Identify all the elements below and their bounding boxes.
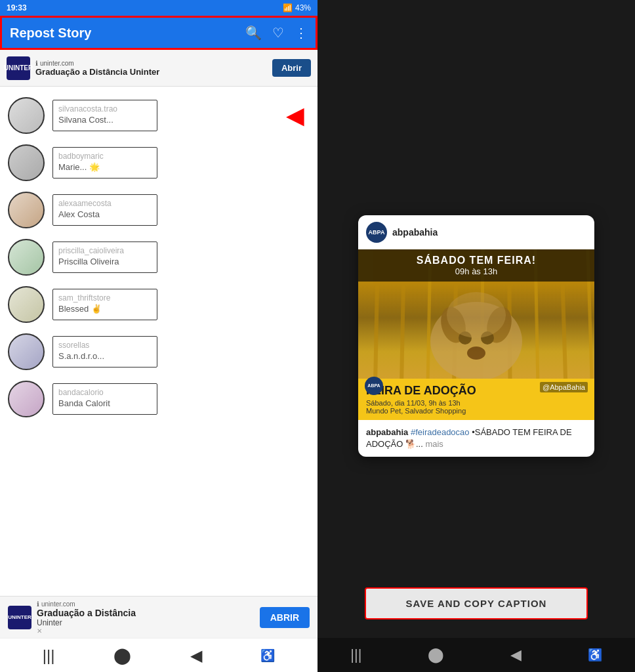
story-username: ssorellas (58, 341, 152, 350)
avatar (8, 239, 45, 276)
story-item[interactable]: alexaamecosta Alex Costa (0, 186, 318, 234)
svg-point-15 (447, 292, 506, 338)
avatar (8, 192, 45, 228)
overlay-title: SÁBADO TEM FEIRA! (365, 255, 588, 266)
right-nav-recents[interactable]: ||| (350, 646, 361, 663)
ad-info: ℹ uninter.com Graduação a Distância Unin… (35, 60, 267, 77)
bottom-ad-info: ℹ uninter.com Graduação a Distância Unin… (37, 600, 255, 635)
bottom-ad-title: Graduação a Distância (37, 608, 255, 618)
story-item[interactable]: silvanacosta.trao Silvana Cost... ◀ (0, 92, 318, 139)
caption-hashtag: #feiradeadocao (411, 427, 470, 437)
save-button-wrapper: SAVE AND COPY CAPTION (365, 587, 588, 620)
overlay-subtitle: 09h às 13h (365, 266, 588, 276)
right-nav-back[interactable]: ◀ (510, 646, 522, 663)
story-item[interactable]: bandacalorio Banda Calorit (0, 375, 318, 423)
post-header: ABPA abpabahia (358, 215, 594, 249)
story-text-box: priscilla_caioliveira Priscilla Oliveira (52, 242, 157, 273)
story-username: bandacalorio (58, 388, 152, 397)
ad-close-icon[interactable]: ✕ (37, 627, 255, 635)
left-panel: 19:33 📶 43% Repost Story 🔍 ♡ ⋮ UNINTER ℹ… (0, 0, 318, 672)
battery-icon: 📶 (283, 3, 293, 12)
bottom-ad-source: ℹ uninter.com (37, 600, 255, 608)
status-time: 19:33 (7, 3, 27, 12)
right-nav-bar: ||| ⬤ ◀ ♿ (318, 638, 635, 672)
status-bar: 19:33 📶 43% (0, 0, 318, 16)
story-item[interactable]: badboymaric Marie... 🌟 (0, 139, 318, 186)
post-image: SÁBADO TEM FEIRA! 09h às 13h FEIRA DE AD… (358, 249, 594, 420)
avatar (8, 333, 45, 370)
story-item[interactable]: ssorellas S.a.n.d.r.o... (0, 328, 318, 375)
ad-source: ℹ uninter.com (35, 60, 267, 67)
avatar (8, 144, 45, 181)
nav-bar: ||| ⬤ ◀ ♿ (0, 638, 318, 672)
story-name: Silvana Cost... (58, 115, 152, 125)
nav-recents-icon[interactable]: ||| (43, 646, 55, 665)
story-item[interactable]: sam_thriftstore Blessed ✌ (0, 281, 318, 328)
feira-details: Sábado, dia 11/03, 9h às 13h Mundo Pet, … (366, 399, 586, 415)
abpa-logo: ABPA (366, 222, 387, 243)
avatar (8, 97, 45, 134)
story-name: Alex Costa (58, 209, 152, 219)
nav-accessibility-icon[interactable]: ♿ (260, 648, 275, 663)
red-arrow-icon: ◀ (286, 104, 304, 127)
nav-home-icon[interactable]: ⬤ (113, 646, 131, 665)
story-text-box: badboymaric Marie... 🌟 (52, 147, 157, 178)
right-panel: ABPA abpabahia (318, 0, 635, 672)
image-top-overlay: SÁBADO TEM FEIRA! 09h às 13h (358, 249, 594, 282)
story-text-box: sam_thriftstore Blessed ✌ (52, 289, 157, 320)
story-username: silvanacosta.trao (58, 104, 152, 114)
info-icon: ℹ (35, 60, 38, 67)
abpa-badge: ABPA (365, 377, 383, 395)
story-text-box: alexaamecosta Alex Costa (52, 194, 157, 226)
app-bar: Repost Story 🔍 ♡ ⋮ (0, 16, 318, 50)
app-title: Repost Story (10, 26, 245, 41)
story-name: S.a.n.d.r.o... (58, 351, 152, 361)
ad-logo-text: UNINTER (4, 64, 33, 72)
ad-logo: UNINTER (7, 56, 30, 80)
bottom-ad-subtitle: Uninter (37, 618, 255, 627)
right-nav-accessibility[interactable]: ♿ (588, 648, 602, 662)
bottom-ad-button[interactable]: ABRIR (260, 607, 310, 628)
nav-back-icon[interactable]: ◀ (190, 646, 202, 665)
story-item[interactable]: priscilla_caioliveira Priscilla Oliveira (0, 234, 318, 281)
story-name: Priscilla Oliveira (58, 257, 152, 266)
search-icon[interactable]: 🔍 (245, 25, 262, 41)
favorite-icon[interactable]: ♡ (272, 25, 284, 41)
story-username: alexaamecosta (58, 199, 152, 208)
story-name: Blessed ✌ (58, 304, 152, 314)
ad-open-button[interactable]: Abrir (272, 59, 311, 77)
story-list: silvanacosta.trao Silvana Cost... ◀ badb… (0, 87, 318, 596)
post-username: abpabahia (392, 227, 438, 238)
story-text-box: ssorellas S.a.n.d.r.o... (52, 336, 157, 368)
info-icon: ℹ (37, 600, 39, 608)
bottom-ad-banner: UNINTER ℹ uninter.com Graduação a Distân… (0, 596, 318, 638)
post-avatar: ABPA (366, 222, 387, 243)
ad-title: Graduação a Distância Uninter (35, 67, 267, 77)
status-icons: 📶 43% (283, 3, 311, 12)
story-name: Banda Calorit (58, 398, 152, 408)
avatar (8, 381, 45, 417)
post-handle: @AbpaBahia (540, 382, 588, 392)
post-caption: abpabahia #feiradeadocao •SÁBADO TEM FEI… (358, 420, 594, 457)
story-name: Marie... 🌟 (58, 162, 152, 172)
svg-point-14 (467, 346, 485, 360)
story-username: priscilla_caioliveira (58, 246, 152, 255)
post-card: ABPA abpabahia (358, 215, 594, 457)
story-username: badboymaric (58, 152, 152, 161)
top-ad-banner: UNINTER ℹ uninter.com Graduação a Distân… (0, 50, 318, 87)
app-bar-actions: 🔍 ♡ ⋮ (245, 25, 308, 41)
save-and-copy-button[interactable]: SAVE AND COPY CAPTION (365, 587, 588, 620)
battery-level: 43% (295, 3, 311, 12)
avatar (8, 286, 45, 323)
bottom-ad-logo: UNINTER (8, 606, 31, 629)
more-icon[interactable]: ⋮ (295, 25, 308, 41)
story-text-box: bandacalorio Banda Calorit (52, 383, 157, 415)
caption-username: abpabahia (366, 427, 408, 437)
story-text-box: silvanacosta.trao Silvana Cost... (52, 100, 157, 131)
right-nav-home[interactable]: ⬤ (428, 646, 444, 663)
caption-more[interactable]: mais (425, 439, 443, 449)
story-username: sam_thriftstore (58, 293, 152, 303)
